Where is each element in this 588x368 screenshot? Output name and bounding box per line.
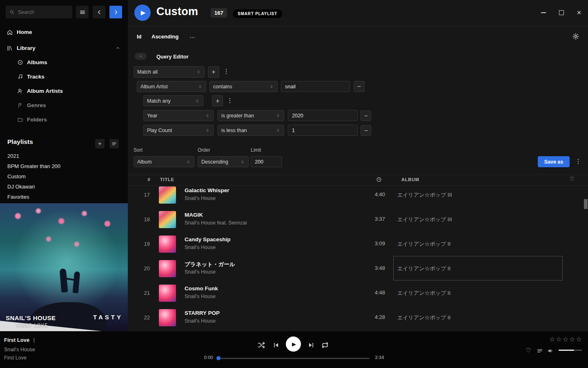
rating-stars[interactable]: ☆☆☆☆☆ [549,335,583,343]
playlist-list-button[interactable] [109,139,119,148]
rule-value-input[interactable] [281,81,350,92]
more-options-button[interactable] [189,34,196,41]
rule-operator-select[interactable]: is less than [218,125,284,136]
album-art-thumbnail [159,285,176,302]
table-row[interactable]: 17 Galactic Whisper Snail's House 4:40 エ… [128,186,588,207]
sidebar-item-albums[interactable]: Albums [0,56,128,69]
playlist-item[interactable]: BPM Greater than 200 [0,161,128,171]
close-button[interactable]: × [573,7,585,18]
rule-operator-select[interactable]: is greater than [218,110,284,121]
minimize-button[interactable] [537,7,550,18]
star-icon[interactable]: ☆ [563,336,569,343]
add-rule-button[interactable] [208,66,219,78]
rule-operator-select[interactable]: contains [209,81,278,92]
rule-field-select[interactable]: Year [143,110,214,121]
now-playing-artwork[interactable]: SNAIL'S HOUSE FIRST LOVE TASTY [0,203,128,331]
volume-slider-track[interactable] [574,350,582,351]
next-button[interactable] [307,341,315,350]
sidebar-item-album-artists[interactable]: Album Artists [0,84,128,98]
remove-rule-button[interactable] [361,125,371,136]
seek-bar[interactable] [218,358,370,359]
star-icon[interactable]: ☆ [556,336,562,343]
rule-value-input[interactable] [288,110,358,121]
rule-field-select[interactable]: Album Artist [137,81,206,92]
remove-rule-button[interactable] [354,81,365,92]
chevron-left-icon [96,9,102,16]
volume-button[interactable] [547,348,554,354]
nav-back-button[interactable] [93,6,105,18]
search-box[interactable] [6,6,72,18]
sidebar-item-genres[interactable]: Genres [0,99,128,112]
search-input[interactable] [17,9,68,16]
play-button[interactable]: ▶ [286,337,301,352]
add-playlist-button[interactable] [95,139,105,148]
order-select[interactable]: Descending [198,156,249,167]
save-as-button[interactable]: Save as [538,156,570,167]
menu-button[interactable] [76,6,89,18]
star-icon[interactable]: ☆ [549,336,556,343]
track-artist: Snail's House [185,318,216,324]
rule-value-input[interactable] [288,125,358,136]
now-playing-album[interactable]: First Love [4,355,27,361]
table-row[interactable]: 18 MAGIK Snail's House feat. Sennzai 3:3… [128,207,588,232]
settings-button[interactable] [572,33,579,40]
column-header-index[interactable]: # [144,177,154,182]
favorite-column-heart-icon[interactable]: ♡ [570,176,575,182]
maximize-button[interactable] [555,7,568,18]
volume-slider-fill[interactable] [559,350,574,351]
sort-field-button[interactable]: Id [137,34,142,40]
sidebar-item-library[interactable]: Library [0,41,128,55]
previous-button[interactable] [272,341,280,350]
limit-input[interactable] [251,156,282,167]
playlist-item[interactable]: Favorites [0,192,128,202]
playlist-item[interactable]: Custom [0,171,128,182]
save-options-button[interactable] [575,158,582,165]
repeat-button[interactable] [321,341,329,349]
chevron-up-icon[interactable] [115,45,120,51]
scrollbar-thumb[interactable] [584,199,588,209]
add-rule-button[interactable] [212,95,223,106]
sidebar-item-tracks[interactable]: Tracks [0,70,128,83]
shuffle-button[interactable] [257,341,265,349]
track-album[interactable]: エイリアン☆ポップ II [397,265,450,272]
playlist-item[interactable]: 2021 [0,151,128,161]
duration-column-clock-icon[interactable] [376,177,382,182]
track-album[interactable]: エイリアン☆ポップ II [397,289,450,297]
select-arrows-icon [205,113,210,118]
match-type-select-nested[interactable]: Match any [143,95,203,106]
rule-field-select[interactable]: Play Count [143,125,214,136]
table-row[interactable]: 20 プラネット・ガール Snail's House 3:48 エイリアン☆ポッ… [128,256,588,281]
track-title: プラネット・ガール [185,261,235,268]
column-header-album[interactable]: ALBUM [401,177,419,182]
favorite-button[interactable]: ♡ [526,347,531,354]
star-icon[interactable]: ☆ [569,336,576,343]
table-row[interactable]: 22 STARRY POP Snail's House 4:28 エイリアン☆ポ… [128,305,588,330]
collapse-query-editor-button[interactable] [135,53,147,60]
track-album[interactable]: エイリアン☆ポップ III [397,216,452,223]
remove-rule-button[interactable] [361,110,371,121]
match-type-select[interactable]: Match all [134,66,205,78]
column-header-title[interactable]: TITLE [160,177,174,182]
minus-icon [363,128,369,133]
sort-direction-button[interactable]: Ascending [151,34,178,40]
now-playing-options-button[interactable] [31,337,37,343]
chevron-right-icon [113,9,119,16]
sort-select[interactable]: Album [134,156,194,167]
seek-handle[interactable] [216,356,220,360]
table-row[interactable]: 19 Candy Spaceship Snail's House 3:09 エイ… [128,232,588,256]
group-options-button[interactable] [223,68,230,75]
play-playlist-button[interactable]: ▶ [134,4,151,21]
table-row[interactable]: 21 Cosmo Funk Snail's House 4:48 エイリアン☆ポ… [128,281,588,305]
track-album[interactable]: エイリアン☆ポップ II [397,314,450,321]
sidebar-item-folders[interactable]: Folders [0,113,128,126]
now-playing-artist[interactable]: Snail's House [4,347,35,352]
now-playing-title[interactable]: First Love [4,337,29,343]
track-album[interactable]: エイリアン☆ポップ II [397,240,450,248]
track-album[interactable]: エイリアン☆ポップ III [397,191,452,199]
star-icon[interactable]: ☆ [576,336,582,343]
group-options-button[interactable] [226,97,234,104]
queue-button[interactable] [537,348,543,354]
playlist-item[interactable]: DJ Okawari [0,182,128,192]
nav-forward-button[interactable] [109,6,122,18]
sidebar-item-home[interactable]: Home [0,25,128,39]
